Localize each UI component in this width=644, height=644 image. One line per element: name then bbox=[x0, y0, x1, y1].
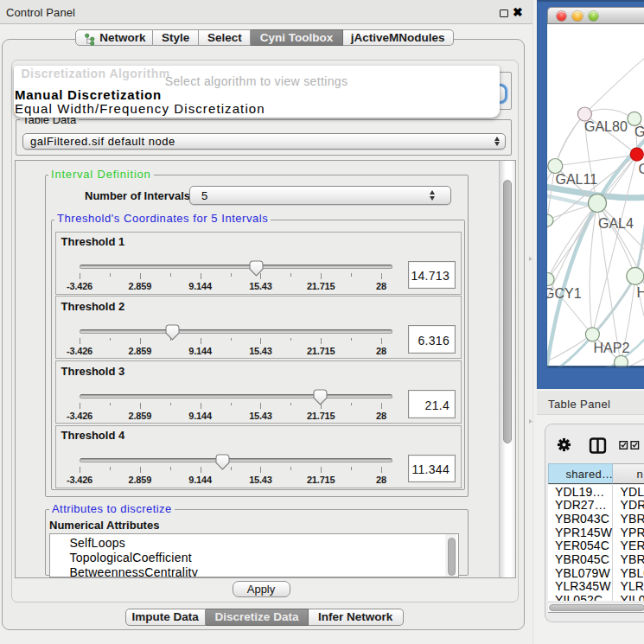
svg-text:H: H bbox=[637, 284, 644, 299]
svg-text:GAL4: GAL4 bbox=[598, 216, 634, 231]
svg-text:HAP2: HAP2 bbox=[594, 340, 630, 354]
svg-text:GA: GA bbox=[634, 124, 644, 138]
svg-text:GCY1: GCY1 bbox=[547, 286, 582, 301]
svg-text:GAL11: GAL11 bbox=[556, 171, 598, 186]
svg-text:GAL80: GAL80 bbox=[584, 119, 628, 134]
svg-text:C: C bbox=[639, 161, 644, 175]
